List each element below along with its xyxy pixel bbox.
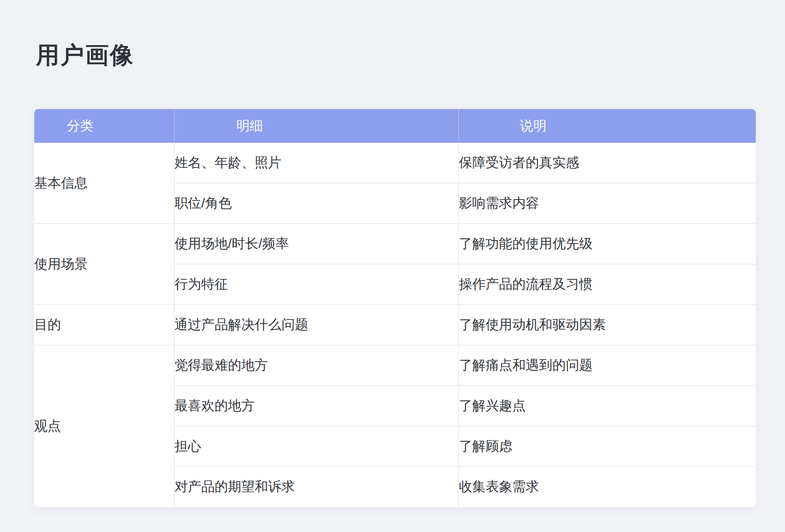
category-cell: 目的 [34, 304, 175, 345]
table-header-row: 分类 明细 说明 [34, 109, 756, 143]
detail-cell: 最喜欢的地方 [175, 385, 459, 426]
category-cell: 使用场景 [34, 223, 175, 304]
category-cell: 基本信息 [34, 143, 175, 223]
description-cell: 了解功能的使用优先级 [459, 223, 756, 264]
table-row: 使用场景使用场地/时长/频率了解功能的使用优先级 [34, 223, 756, 264]
detail-cell: 姓名、年龄、照片 [175, 143, 459, 183]
category-cell: 观点 [34, 345, 175, 507]
description-cell: 保障受访者的真实感 [459, 143, 756, 183]
table-row: 观点觉得最难的地方了解痛点和遇到的问题 [34, 345, 756, 385]
description-cell: 影响需求内容 [459, 183, 756, 223]
detail-cell: 通过产品解决什么问题 [175, 304, 459, 345]
detail-cell: 使用场地/时长/频率 [175, 223, 459, 264]
table-body: 基本信息姓名、年龄、照片保障受访者的真实感职位/角色影响需求内容使用场景使用场地… [34, 143, 756, 507]
detail-cell: 觉得最难的地方 [175, 345, 459, 385]
detail-cell: 职位/角色 [175, 183, 459, 223]
description-cell: 了解痛点和遇到的问题 [459, 345, 756, 385]
table-row: 目的通过产品解决什么问题了解使用动机和驱动因素 [34, 304, 756, 345]
page-title: 用户画像 [36, 43, 785, 67]
description-cell: 了解顾虑 [459, 426, 756, 466]
header-cell-description: 说明 [459, 109, 756, 143]
description-cell: 了解使用动机和驱动因素 [459, 304, 756, 345]
description-cell: 收集表象需求 [459, 466, 756, 507]
table-row: 基本信息姓名、年龄、照片保障受访者的真实感 [34, 143, 756, 183]
persona-table: 分类 明细 说明 基本信息姓名、年龄、照片保障受访者的真实感职位/角色影响需求内… [34, 109, 756, 507]
description-cell: 操作产品的流程及习惯 [459, 264, 756, 304]
description-cell: 了解兴趣点 [459, 385, 756, 426]
header-cell-detail: 明细 [175, 109, 459, 143]
detail-cell: 对产品的期望和诉求 [175, 466, 459, 507]
detail-cell: 行为特征 [175, 264, 459, 304]
header-cell-category: 分类 [34, 109, 175, 143]
detail-cell: 担心 [175, 426, 459, 466]
persona-card: 分类 明细 说明 基本信息姓名、年龄、照片保障受访者的真实感职位/角色影响需求内… [34, 109, 756, 507]
